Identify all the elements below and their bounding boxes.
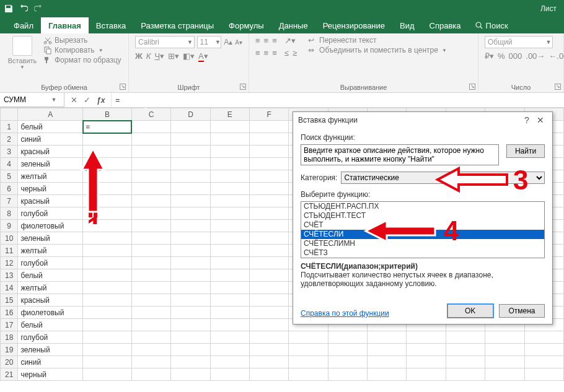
- cell[interactable]: белый: [18, 269, 83, 282]
- cell[interactable]: [83, 356, 132, 368]
- cell[interactable]: [289, 331, 328, 344]
- tab-insert[interactable]: Вставка: [89, 17, 133, 33]
- cell[interactable]: [250, 344, 289, 356]
- cell[interactable]: [250, 257, 289, 269]
- cell[interactable]: [131, 356, 170, 368]
- column-header[interactable]: C: [131, 108, 170, 121]
- row-header[interactable]: 3: [1, 146, 18, 158]
- cell[interactable]: [131, 195, 170, 207]
- cell[interactable]: [368, 331, 407, 344]
- cell[interactable]: зеленый: [18, 158, 83, 170]
- align-bottom-icon[interactable]: ≡: [272, 36, 277, 45]
- cell[interactable]: голубой: [18, 257, 83, 269]
- align-left-icon[interactable]: ≡: [255, 48, 260, 58]
- font-size-combo[interactable]: ▼: [197, 36, 222, 48]
- percent-format-icon[interactable]: %: [498, 51, 505, 61]
- tab-file[interactable]: Файл: [6, 17, 41, 33]
- cell[interactable]: [171, 158, 210, 170]
- cell[interactable]: [210, 146, 249, 158]
- cell[interactable]: [83, 269, 132, 282]
- tab-home[interactable]: Главная: [41, 17, 89, 33]
- cut-button[interactable]: Вырезать: [43, 36, 121, 45]
- cell[interactable]: [210, 220, 249, 232]
- clipboard-dialog-launcher-icon[interactable]: ↘: [120, 84, 126, 90]
- cell[interactable]: фиолетовый: [18, 307, 83, 319]
- cell[interactable]: [328, 368, 367, 381]
- cell[interactable]: [171, 245, 210, 257]
- comma-format-icon[interactable]: 000: [509, 51, 522, 61]
- function-listbox[interactable]: СТЬЮДЕНТ.РАСП.ПХСТЬЮДЕНТ.ТЕСТСЧЁТСЧЁТЕСЛ…: [301, 201, 545, 258]
- function-list-item[interactable]: СЧЁТЕСЛИ: [301, 230, 544, 239]
- function-list-item[interactable]: СЧЁТЕСЛИМН: [301, 239, 544, 248]
- cell[interactable]: [131, 207, 170, 220]
- column-header[interactable]: D: [171, 108, 210, 121]
- row-header[interactable]: 4: [1, 158, 18, 170]
- ok-button[interactable]: OK: [447, 304, 493, 318]
- underline-icon[interactable]: Ч▾: [154, 51, 164, 61]
- cell[interactable]: [131, 331, 170, 344]
- cell[interactable]: желтый: [18, 170, 83, 183]
- row-header[interactable]: 21: [1, 368, 18, 381]
- cell[interactable]: [250, 368, 289, 381]
- cell[interactable]: [131, 183, 170, 195]
- cell[interactable]: =: [83, 121, 132, 133]
- font-name-combo[interactable]: ▼: [135, 36, 195, 48]
- function-list-item[interactable]: СЧИТАТЬПУСТОТЫ: [301, 258, 544, 258]
- column-header[interactable]: F: [250, 108, 289, 121]
- cell[interactable]: черный: [18, 368, 83, 381]
- row-header[interactable]: 16: [1, 307, 18, 319]
- name-box[interactable]: ▼: [0, 93, 64, 107]
- bold-icon[interactable]: Ж: [135, 51, 143, 61]
- cell[interactable]: [328, 344, 367, 356]
- cell[interactable]: [446, 356, 485, 368]
- cell[interactable]: [83, 133, 132, 146]
- cell[interactable]: [210, 319, 249, 331]
- row-header[interactable]: 9: [1, 220, 18, 232]
- orientation-icon[interactable]: ↗▾: [284, 36, 296, 45]
- row-header[interactable]: 5: [1, 170, 18, 183]
- row-header[interactable]: 1: [1, 121, 18, 133]
- cell[interactable]: [83, 146, 132, 158]
- cell[interactable]: [250, 331, 289, 344]
- row-header[interactable]: 14: [1, 282, 18, 294]
- dialog-help-icon[interactable]: ?: [520, 115, 534, 125]
- cell[interactable]: [131, 121, 170, 133]
- cell[interactable]: [171, 170, 210, 183]
- number-format-combo[interactable]: ▼: [485, 36, 553, 48]
- row-header[interactable]: 6: [1, 183, 18, 195]
- cell[interactable]: [171, 257, 210, 269]
- cell[interactable]: [171, 220, 210, 232]
- cell[interactable]: [210, 368, 249, 381]
- find-button[interactable]: Найти: [506, 144, 545, 158]
- cell[interactable]: [210, 170, 249, 183]
- cell[interactable]: [210, 356, 249, 368]
- cancel-button[interactable]: Отмена: [499, 304, 545, 318]
- cell[interactable]: [131, 307, 170, 319]
- row-header[interactable]: 17: [1, 319, 18, 331]
- cell[interactable]: [131, 232, 170, 245]
- increase-font-icon[interactable]: A▴: [224, 38, 232, 46]
- cell[interactable]: [83, 183, 132, 195]
- redo-icon[interactable]: [33, 4, 43, 14]
- cell[interactable]: [171, 121, 210, 133]
- border-icon[interactable]: ⊞▾: [168, 51, 179, 61]
- enter-formula-icon[interactable]: ✓: [84, 95, 90, 105]
- cell[interactable]: [131, 257, 170, 269]
- cell[interactable]: [250, 133, 289, 146]
- cell[interactable]: [289, 368, 328, 381]
- cell[interactable]: голубой: [18, 207, 83, 220]
- tab-formulas[interactable]: Формулы: [221, 17, 271, 33]
- wrap-text-button[interactable]: ↩ Перенести текст: [308, 36, 447, 45]
- undo-icon[interactable]: [19, 4, 29, 14]
- cell[interactable]: [407, 368, 446, 381]
- cell[interactable]: [210, 282, 249, 294]
- cancel-formula-icon[interactable]: ✕: [71, 95, 77, 105]
- cell[interactable]: белый: [18, 121, 83, 133]
- tab-view[interactable]: Вид: [392, 17, 422, 33]
- cell[interactable]: [250, 319, 289, 331]
- cell[interactable]: [83, 158, 132, 170]
- function-list-item[interactable]: СЧЁТЗ: [301, 248, 544, 258]
- accounting-format-icon[interactable]: ₽▾: [485, 51, 494, 61]
- cell[interactable]: [83, 195, 132, 207]
- row-header[interactable]: 13: [1, 269, 18, 282]
